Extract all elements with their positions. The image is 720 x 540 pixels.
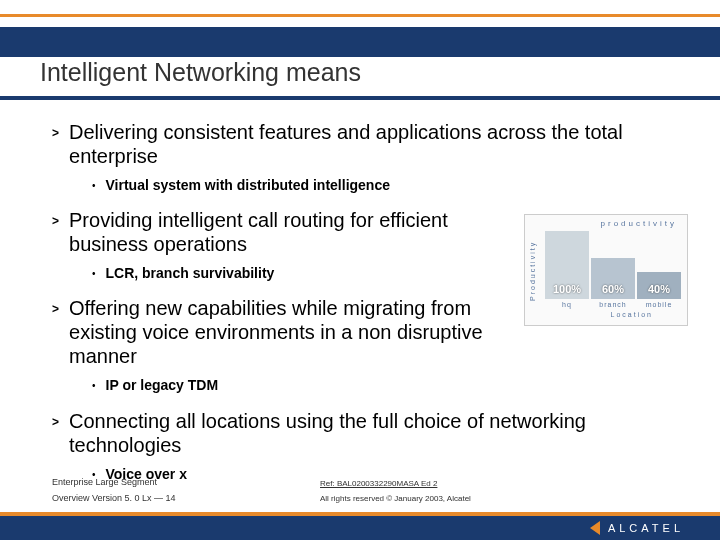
- bullet-text: Connecting all locations using the full …: [69, 409, 688, 457]
- productivity-chart: productivity Productivity 100%hq60%branc…: [524, 214, 688, 326]
- chart-column: 100%hq: [545, 231, 589, 311]
- chart-x-axis-label: Location: [529, 311, 683, 321]
- footer-center: Ref: BAL0200332290MASA Ed 2 All rights r…: [320, 476, 471, 506]
- sub-bullet-text: LCR, branch survivability: [106, 264, 275, 282]
- footer-rights: All rights reserved © January 2003, Alca…: [320, 491, 471, 506]
- chart-bar-value: 40%: [648, 283, 670, 299]
- page-number: 14: [166, 493, 176, 503]
- sub-bullet-marker: •: [92, 380, 96, 394]
- footer-blue-bar: ALCATEL: [0, 516, 720, 540]
- chart-bar-value: 100%: [553, 283, 581, 299]
- footer-ref: Ref: BAL0200332290MASA Ed 2: [320, 476, 471, 491]
- bullet-marker: >: [52, 214, 59, 256]
- bullet-marker: >: [52, 302, 59, 368]
- footer-segment: Enterprise Large Segment: [52, 475, 176, 490]
- bullet-marker: >: [52, 126, 59, 168]
- chart-category-label: branch: [599, 301, 626, 311]
- chart-category-label: hq: [562, 301, 572, 311]
- bullet-text: Offering new capabilities while migratin…: [69, 296, 499, 368]
- chart-column: 60%branch: [591, 258, 635, 311]
- bullet-text: Providing intelligent call routing for e…: [69, 208, 519, 256]
- chart-y-axis-label: Productivity: [529, 231, 543, 311]
- alcatel-logo: ALCATEL: [590, 521, 684, 535]
- bullet-4: > Connecting all locations using the ful…: [52, 409, 688, 457]
- chart-column: 40%mobile: [637, 272, 681, 311]
- bullet-text: Delivering consistent features and appli…: [69, 120, 688, 168]
- alcatel-triangle-icon: [590, 521, 600, 535]
- chart-title: productivity: [529, 219, 683, 231]
- sub-bullet-text: IP or legacy TDM: [106, 376, 219, 394]
- sub-bullet-text: Virtual system with distributed intellig…: [106, 176, 390, 194]
- chart-bar-value: 60%: [602, 283, 624, 299]
- slide-footer: Enterprise Large Segment Overview Versio…: [0, 484, 720, 540]
- slide-title: Intelligent Networking means: [40, 58, 361, 87]
- sub-bullet-3: • IP or legacy TDM: [92, 376, 688, 394]
- bullet-1: > Delivering consistent features and app…: [52, 120, 688, 168]
- sub-bullet-marker: •: [92, 268, 96, 282]
- chart-bars: 100%hq60%branch40%mobile: [543, 231, 683, 311]
- sub-bullet-1: • Virtual system with distributed intell…: [92, 176, 688, 194]
- title-underline: [0, 96, 720, 100]
- footer-left: Enterprise Large Segment Overview Versio…: [52, 475, 176, 506]
- chart-category-label: mobile: [646, 301, 673, 311]
- header-stripes: [0, 14, 720, 57]
- chart-bar: 40%: [637, 272, 681, 299]
- chart-bar: 60%: [591, 258, 635, 299]
- footer-version: Overview Version 5. 0 Lx — 14: [52, 491, 176, 506]
- bullet-marker: >: [52, 415, 59, 457]
- alcatel-wordmark: ALCATEL: [608, 522, 684, 534]
- chart-bar: 100%: [545, 231, 589, 299]
- sub-bullet-marker: •: [92, 180, 96, 194]
